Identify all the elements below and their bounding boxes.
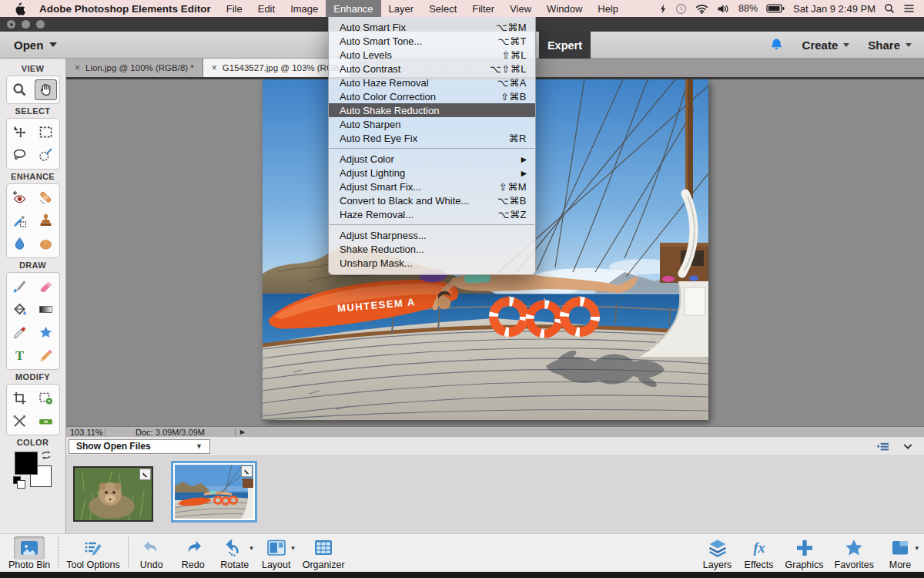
apple-menu-icon[interactable] <box>14 2 25 15</box>
menu-item-auto-red-eye-fix[interactable]: Auto Red Eye Fix⌘R <box>329 131 535 145</box>
menu-item-auto-haze-removal[interactable]: Auto Haze Removal⌥⌘A <box>329 76 535 89</box>
menu-item-auto-color-correction[interactable]: Auto Color Correction⇧⌘B <box>329 89 535 103</box>
taskbar-layout-button[interactable]: ▾Layout <box>256 534 297 570</box>
clone-stamp-tool[interactable] <box>35 210 57 231</box>
default-colors-icon[interactable] <box>13 476 21 484</box>
smart-brush-tool[interactable] <box>8 210 31 231</box>
spotlight-search-icon[interactable] <box>884 3 895 14</box>
taskbar-layers-button[interactable]: Layers <box>697 534 738 570</box>
menu-item-haze-removal[interactable]: Haze Removal...⌥⌘Z <box>329 207 535 221</box>
red-eye-removal-tool[interactable] <box>8 187 31 208</box>
menu-item-adjust-sharpness[interactable]: Adjust Sharpness... <box>329 228 535 242</box>
foreground-color-swatch[interactable] <box>15 452 38 475</box>
eraser-tool[interactable] <box>35 276 57 297</box>
menubar-menu-filter[interactable]: Filter <box>464 0 502 17</box>
menubar-menu-layer[interactable]: Layer <box>381 0 422 17</box>
taskbar-organizer-button[interactable]: Organizer <box>297 534 350 570</box>
gradient-tool[interactable] <box>35 299 57 320</box>
menu-item-auto-smart-fix[interactable]: Auto Smart Fix⌥⌘M <box>329 20 535 34</box>
menubar-menu-window[interactable]: Window <box>539 0 590 17</box>
quick-selection-tool[interactable] <box>35 145 57 166</box>
photo-bin-header: Show Open Files ▼ <box>66 437 924 456</box>
dropdown-caret-icon: ▾ <box>291 544 295 552</box>
flash-status-icon[interactable] <box>659 3 667 15</box>
caw-icon <box>12 413 28 429</box>
menubar-menu-select[interactable]: Select <box>421 0 464 17</box>
menubar-clock[interactable]: Sat Jan 9 2:49 PM <box>793 3 875 15</box>
menubar-menu-view[interactable]: View <box>502 0 539 17</box>
menu-item-convert-to-black-and-white[interactable]: Convert to Black and White...⌥⌘B <box>329 193 535 207</box>
recompose-tool[interactable] <box>35 388 57 408</box>
type-tool[interactable]: T <box>8 345 31 366</box>
notifications-bell-icon[interactable] <box>769 38 784 52</box>
taskbar-graphics-button[interactable]: Graphics <box>780 534 829 570</box>
sponge-tool[interactable] <box>35 234 57 254</box>
hand-tool[interactable] <box>35 79 57 100</box>
pencil-tool[interactable] <box>35 345 57 366</box>
menubar-menu-image[interactable]: Image <box>283 0 326 17</box>
swap-colors-icon[interactable] <box>41 450 52 460</box>
taskbar-undo-button[interactable]: Undo <box>131 534 172 570</box>
menu-item-auto-sharpen[interactable]: Auto Sharpen <box>329 117 535 131</box>
menubar-menu-file[interactable]: File <box>219 0 250 17</box>
menu-item-adjust-smart-fix[interactable]: Adjust Smart Fix...⇧⌘M <box>329 180 535 193</box>
wifi-status-icon[interactable] <box>695 4 708 14</box>
marquee-tool[interactable] <box>35 122 57 143</box>
tab-label: Lion.jpg @ 100% (RGB/8) * <box>85 63 194 72</box>
brush-tool[interactable] <box>8 276 31 297</box>
menu-item-adjust-lighting[interactable]: Adjust Lighting▶ <box>329 166 535 180</box>
taskbar-tool-options-button[interactable]: Tool Options <box>61 534 125 570</box>
menu-item-label: Auto Red Eye Fix <box>340 133 417 144</box>
taskbar-effects-button[interactable]: fxEffects <box>738 534 780 570</box>
menu-item-adjust-color[interactable]: Adjust Color▶ <box>329 152 535 166</box>
layout-icon: ▾ <box>261 536 292 560</box>
document-tab-lion-jpg[interactable]: ×Lion.jpg @ 100% (RGB/8) * <box>66 59 203 77</box>
tab-expert-mode[interactable]: Expert <box>539 32 591 59</box>
tab-close-icon[interactable]: × <box>212 63 217 72</box>
shape-tool[interactable] <box>35 322 57 343</box>
spot-healing-brush-tool[interactable] <box>35 187 57 208</box>
taskbar-redo-button[interactable]: Redo <box>172 534 214 570</box>
zoom-level-field[interactable]: 103.11% <box>66 428 105 437</box>
photo-bin-thumbnail-lion[interactable] <box>73 466 153 522</box>
menubar-menu-enhance[interactable]: Enhance <box>326 0 380 17</box>
taskbar-more-button[interactable]: ▾More <box>879 534 921 570</box>
straighten-tool[interactable] <box>35 411 57 432</box>
open-button[interactable]: Open <box>14 32 57 58</box>
eyedropper-tool[interactable] <box>8 322 31 343</box>
content-aware-move-tool[interactable] <box>8 411 31 432</box>
taskbar-photo-bin-button[interactable]: Photo Bin <box>3 534 55 570</box>
move-tool[interactable] <box>8 122 31 143</box>
redo-icon <box>178 536 209 560</box>
photo-bin-icon <box>14 536 45 560</box>
menu-item-unsharp-mask[interactable]: Unsharp Mask... <box>329 256 535 270</box>
menubar-menu-help[interactable]: Help <box>590 0 626 17</box>
menu-item-auto-levels[interactable]: Auto Levels⇧⌘L <box>329 48 535 62</box>
status-expander-arrow-icon[interactable]: ▶ <box>236 428 249 435</box>
window-zoom-button[interactable] <box>36 20 45 29</box>
bin-panel-menu-icon[interactable] <box>875 441 890 452</box>
menu-item-shake-reduction[interactable]: Shake Reduction... <box>329 242 535 256</box>
window-minimize-button[interactable] <box>22 20 30 29</box>
taskbar-favorites-button[interactable]: Favorites <box>829 534 879 570</box>
create-menu-button[interactable]: Create <box>802 39 850 52</box>
taskbar-rotate-button[interactable]: ▾Rotate <box>214 534 256 570</box>
notification-center-icon[interactable] <box>903 4 915 13</box>
tab-close-icon[interactable]: × <box>75 63 80 72</box>
time-machine-status-icon[interactable] <box>675 3 687 15</box>
menu-item-auto-smart-tone[interactable]: Auto Smart Tone...⌥⌘T <box>329 34 535 48</box>
share-menu-button[interactable]: Share <box>868 39 912 52</box>
menu-item-auto-shake-reduction[interactable]: Auto Shake Reduction <box>329 103 535 117</box>
menubar-menu-edit[interactable]: Edit <box>250 0 283 17</box>
volume-status-icon[interactable] <box>717 4 730 14</box>
paint-bucket-tool[interactable] <box>8 299 31 320</box>
blur-tool[interactable] <box>8 234 31 254</box>
zoom-tool[interactable] <box>8 79 31 100</box>
window-close-button[interactable] <box>7 20 15 29</box>
bin-collapse-chevron-icon[interactable] <box>902 442 913 451</box>
show-open-files-select[interactable]: Show Open Files ▼ <box>69 439 210 454</box>
lasso-tool[interactable] <box>8 145 31 166</box>
menu-item-auto-contrast[interactable]: Auto Contrast⌥⇧⌘L <box>329 62 535 76</box>
crop-tool[interactable] <box>8 388 31 408</box>
photo-bin-thumbnail-boat[interactable] <box>173 463 255 520</box>
